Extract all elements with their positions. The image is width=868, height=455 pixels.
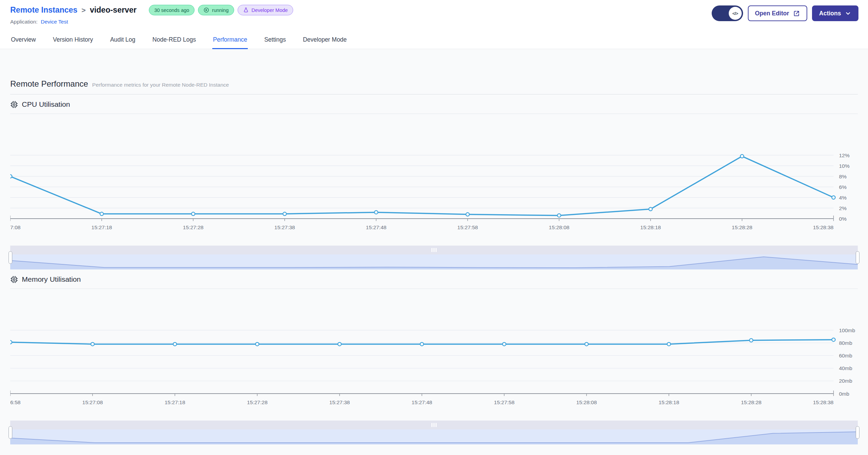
svg-text:60mb: 60mb <box>839 353 852 358</box>
memory-brush-right-handle[interactable] <box>856 426 859 439</box>
chevron-down-icon <box>845 10 851 17</box>
svg-text:15:27:18: 15:27:18 <box>91 224 112 230</box>
memory-brush-drag-strip[interactable] <box>10 421 858 429</box>
running-status-badge: running <box>198 5 234 15</box>
svg-text:15:27:48: 15:27:48 <box>366 224 386 230</box>
tab-audit-log[interactable]: Audit Log <box>110 31 136 49</box>
cpu-chart-title: CPU Utilisation <box>10 94 858 114</box>
last-seen-badge: 30 seconds ago <box>149 5 195 15</box>
memory-chip-icon <box>10 276 18 283</box>
svg-text:15:27:38: 15:27:38 <box>274 224 295 230</box>
memory-utilisation-section: Memory Utilisation 100mb80mb60mb40mb20mb… <box>10 269 858 444</box>
developer-mode-badge: Developer Mode <box>238 5 293 15</box>
application-label: Application: <box>10 19 38 25</box>
svg-text:10%: 10% <box>839 163 850 169</box>
svg-text:80mb: 80mb <box>839 340 852 346</box>
svg-text:15:28:08: 15:28:08 <box>549 224 569 230</box>
cpu-brush-svg <box>10 254 858 269</box>
actions-button[interactable]: Actions <box>812 5 858 21</box>
open-editor-label: Open Editor <box>755 10 789 17</box>
grip-icon <box>431 423 437 427</box>
cpu-brush-right-handle[interactable] <box>856 251 859 264</box>
svg-text:15:27:38: 15:27:38 <box>329 399 350 405</box>
memory-chart-title: Memory Utilisation <box>10 269 858 289</box>
memory-brush-minimap[interactable] <box>10 429 858 444</box>
memory-brush-left-handle[interactable] <box>9 426 12 439</box>
svg-text:15:27:18: 15:27:18 <box>165 399 185 405</box>
open-editor-button[interactable]: Open Editor <box>748 5 807 21</box>
instance-tabs: Overview Version History Audit Log Node-… <box>0 31 868 49</box>
breadcrumb-separator: > <box>82 6 86 14</box>
status-badges: 30 seconds ago running Developer Mode <box>149 5 293 15</box>
page-title: Remote Performance <box>10 79 88 89</box>
cpu-brush-left-handle[interactable] <box>9 251 12 264</box>
svg-text:7:08: 7:08 <box>10 224 20 230</box>
svg-text:0mb: 0mb <box>839 391 849 397</box>
memory-chart[interactable]: 100mb80mb60mb40mb20mb0mb6:5815:27:0815:2… <box>10 289 858 409</box>
header-actions: </> Open Editor Actions <box>712 5 858 21</box>
memory-chart-heading: Memory Utilisation <box>22 275 81 283</box>
svg-text:15:27:08: 15:27:08 <box>82 399 103 405</box>
tab-overview[interactable]: Overview <box>10 31 37 49</box>
svg-text:4%: 4% <box>839 195 847 201</box>
svg-text:6%: 6% <box>839 184 847 190</box>
cpu-range-selector <box>10 246 858 269</box>
svg-text:100mb: 100mb <box>839 327 855 333</box>
svg-text:8%: 8% <box>839 174 847 179</box>
svg-text:12%: 12% <box>839 152 850 158</box>
svg-text:6:58: 6:58 <box>10 399 20 405</box>
application-row: Application: Device Test <box>10 19 293 25</box>
play-circle-icon <box>203 7 209 13</box>
memory-brush-svg <box>10 429 858 444</box>
memory-chart-svg: 100mb80mb60mb40mb20mb0mb6:5815:27:0815:2… <box>10 289 858 409</box>
tab-settings[interactable]: Settings <box>264 31 286 49</box>
svg-text:15:28:18: 15:28:18 <box>640 224 661 230</box>
svg-text:15:27:48: 15:27:48 <box>412 399 432 405</box>
cpu-chip-icon <box>10 101 18 108</box>
external-link-icon <box>793 10 800 17</box>
developer-mode-toggle[interactable]: </> <box>712 5 743 21</box>
svg-text:40mb: 40mb <box>839 365 852 371</box>
cpu-chart-svg: 12%10%8%6%4%2%0%7:0815:27:1815:27:2815:2… <box>10 114 858 234</box>
cpu-chart[interactable]: 12%10%8%6%4%2%0%7:0815:27:1815:27:2815:2… <box>10 114 858 234</box>
svg-text:0%: 0% <box>839 216 847 222</box>
tab-performance[interactable]: Performance <box>212 31 248 49</box>
page-header: Remote Instances > video-server 30 secon… <box>0 0 868 31</box>
svg-text:15:28:28: 15:28:28 <box>732 224 752 230</box>
developer-mode-label: Developer Mode <box>252 8 288 13</box>
svg-text:2%: 2% <box>839 205 847 211</box>
running-status-label: running <box>212 8 228 13</box>
svg-text:15:27:58: 15:27:58 <box>494 399 514 405</box>
breadcrumb: Remote Instances > video-server 30 secon… <box>10 5 293 15</box>
svg-text:15:27:28: 15:27:28 <box>183 224 203 230</box>
code-icon: </> <box>729 7 742 20</box>
page-subtitle: Performance metrics for your Remote Node… <box>92 82 229 88</box>
section-header: Remote Performance Performance metrics f… <box>10 49 858 94</box>
performance-page: Remote Performance Performance metrics f… <box>0 49 868 455</box>
svg-text:15:28:28: 15:28:28 <box>741 399 762 405</box>
svg-text:15:28:18: 15:28:18 <box>658 399 679 405</box>
breadcrumb-remote-instances-link[interactable]: Remote Instances <box>10 5 77 15</box>
svg-text:15:28:08: 15:28:08 <box>576 399 597 405</box>
tab-version-history[interactable]: Version History <box>52 31 94 49</box>
cpu-utilisation-section: CPU Utilisation 12%10%8%6%4%2%0%7:0815:2… <box>10 94 858 269</box>
grip-icon <box>431 248 437 252</box>
svg-text:15:28:38: 15:28:38 <box>813 224 834 230</box>
svg-text:15:27:58: 15:27:58 <box>457 224 478 230</box>
tab-developer-mode[interactable]: Developer Mode <box>302 31 347 49</box>
memory-range-selector <box>10 421 858 444</box>
svg-text:15:28:38: 15:28:38 <box>813 399 834 405</box>
cpu-chart-heading: CPU Utilisation <box>22 100 70 108</box>
actions-label: Actions <box>819 10 841 17</box>
application-link[interactable]: Device Test <box>41 19 68 25</box>
instance-name: video-server <box>90 5 137 15</box>
last-seen-label: 30 seconds ago <box>154 8 189 13</box>
tab-node-red-logs[interactable]: Node-RED Logs <box>152 31 197 49</box>
cpu-brush-minimap[interactable] <box>10 254 858 269</box>
svg-text:20mb: 20mb <box>839 378 852 384</box>
flask-icon <box>243 7 249 13</box>
svg-text:15:27:28: 15:27:28 <box>247 399 267 405</box>
cpu-brush-drag-strip[interactable] <box>10 246 858 254</box>
